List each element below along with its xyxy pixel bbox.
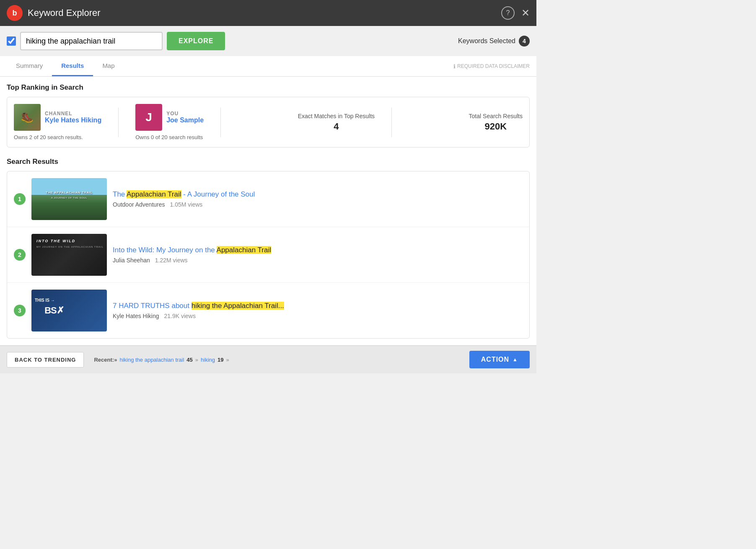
main-content: Top Ranking in Search CHANNEL Kyle Hates… bbox=[0, 77, 536, 345]
total-results-value: 920K bbox=[484, 121, 507, 132]
close-button[interactable]: ✕ bbox=[521, 7, 530, 19]
tab-summary[interactable]: Summary bbox=[7, 56, 52, 76]
channel-info: CHANNEL Kyle Hates Hiking bbox=[45, 111, 101, 124]
action-label: ACTION bbox=[481, 356, 509, 363]
thumb-2-subtitle: MY JOURNEY ON THE APPALACHIAN TRAIL bbox=[36, 246, 104, 248]
recent-num-1: 45 bbox=[186, 357, 192, 363]
title-text: The bbox=[113, 190, 127, 198]
exact-matches-stat: Exact Matches in Top Results 4 bbox=[298, 113, 375, 132]
recent-arrow-2: » bbox=[226, 357, 229, 363]
result-views-2: 1.22M views bbox=[155, 257, 188, 264]
channel-inner: CHANNEL Kyle Hates Hiking bbox=[14, 104, 101, 131]
top-ranking-title: Top Ranking in Search bbox=[7, 83, 530, 92]
table-row: 1 The Appalachian Trail - A Journey of t… bbox=[7, 171, 529, 227]
search-area: EXPLORE Keywords Selected 4 bbox=[0, 26, 536, 56]
table-row: 2 INTO THE WILD MY JOURNEY ON THE APPALA… bbox=[7, 227, 529, 283]
vertical-divider-1 bbox=[118, 108, 119, 137]
search-input[interactable] bbox=[20, 32, 163, 50]
recent-label: Recent:» bbox=[94, 357, 117, 363]
you-name[interactable]: Joe Sample bbox=[166, 117, 204, 124]
app-title: Keyword Explorer bbox=[28, 8, 101, 18]
tab-results[interactable]: Results bbox=[52, 56, 93, 76]
title-highlight: Appalachian Trail bbox=[127, 190, 181, 198]
table-row: 3 THIS IS → BS✗ 7 HARD TRUTHS about hiki… bbox=[7, 283, 529, 338]
result-channel-1[interactable]: Outdoor Adventures bbox=[113, 201, 165, 208]
disclaimer-text: REQUIRED DATA DISCLAIMER bbox=[457, 63, 530, 69]
result-number-1: 1 bbox=[14, 193, 26, 205]
vertical-divider-3 bbox=[391, 108, 392, 137]
you-label: YOU bbox=[166, 111, 204, 117]
recent-link-1[interactable]: hiking the appalachian trail bbox=[119, 357, 184, 363]
keywords-count-badge: 4 bbox=[519, 36, 530, 47]
channel-owns-text: Owns 2 of 20 search results. bbox=[14, 134, 101, 140]
title-highlight-2: Appalachian Trail bbox=[217, 246, 271, 254]
you-avatar: J bbox=[135, 104, 162, 131]
result-views-3: 21.9K views bbox=[164, 313, 196, 319]
you-owns-text: Owns 0 of 20 search results bbox=[135, 134, 204, 140]
info-icon: ℹ bbox=[453, 63, 456, 70]
app-header: b Keyword Explorer ? ✕ bbox=[0, 0, 536, 26]
result-meta-1: Outdoor Adventures 1.05M views bbox=[113, 201, 255, 208]
action-arrow-icon: ▲ bbox=[513, 357, 518, 363]
result-thumbnail-3: THIS IS → BS✗ bbox=[31, 290, 107, 331]
result-info-2: Into the Wild: My Journey on the Appalac… bbox=[113, 246, 271, 264]
vertical-divider-2 bbox=[220, 108, 221, 137]
total-results-label: Total Search Results bbox=[469, 113, 523, 119]
header-icons: ? ✕ bbox=[501, 6, 530, 20]
back-to-trending-button[interactable]: BACK TO TRENDING bbox=[7, 352, 84, 368]
tab-map[interactable]: Map bbox=[93, 56, 124, 76]
thumb-3-bs: BS✗ bbox=[44, 305, 64, 316]
channel-name[interactable]: Kyle Hates Hiking bbox=[45, 117, 101, 124]
recent-num-2: 19 bbox=[217, 357, 223, 363]
action-button[interactable]: ACTION ▲ bbox=[469, 351, 530, 368]
result-info-3: 7 HARD TRUTHS about hiking the Appalachi… bbox=[113, 302, 284, 319]
keywords-selected-label: Keywords Selected bbox=[458, 37, 515, 45]
result-number-3: 3 bbox=[14, 305, 26, 316]
you-card: J YOU Joe Sample Owns 0 of 20 search res… bbox=[135, 104, 204, 140]
title-highlight-3: hiking the Appalachian Trail... bbox=[192, 302, 284, 310]
exact-matches-value: 4 bbox=[334, 121, 339, 132]
result-title-3[interactable]: 7 HARD TRUTHS about hiking the Appalachi… bbox=[113, 302, 284, 310]
search-results-title: Search Results bbox=[7, 158, 530, 166]
you-inner: J YOU Joe Sample bbox=[135, 104, 204, 131]
search-checkbox[interactable] bbox=[7, 36, 16, 46]
tab-bar: Summary Results Map bbox=[7, 56, 124, 76]
title-text-2: - A Journey of the Soul bbox=[181, 190, 255, 198]
result-title-1[interactable]: The Appalachian Trail - A Journey of the… bbox=[113, 190, 255, 199]
result-meta-2: Julia Sheehan 1.22M views bbox=[113, 257, 271, 264]
thumb-2-title: INTO THE WILD bbox=[36, 239, 75, 243]
title-text-3: Into the Wild: My Journey on the bbox=[113, 246, 217, 254]
result-channel-3[interactable]: Kyle Hates Hiking bbox=[113, 313, 159, 319]
result-channel-2[interactable]: Julia Sheehan bbox=[113, 257, 150, 264]
explore-button[interactable]: EXPLORE bbox=[167, 32, 225, 50]
top-ranking-box: CHANNEL Kyle Hates Hiking Owns 2 of 20 s… bbox=[7, 97, 530, 148]
result-thumbnail-1 bbox=[31, 178, 107, 220]
exact-matches-label: Exact Matches in Top Results bbox=[298, 113, 375, 119]
header-left: b Keyword Explorer bbox=[7, 5, 101, 21]
result-views-1: 1.05M views bbox=[170, 201, 203, 208]
top-ranking-section: Top Ranking in Search CHANNEL Kyle Hates… bbox=[7, 83, 530, 148]
channel-thumb-image bbox=[14, 104, 41, 131]
keywords-selected-area: Keywords Selected 4 bbox=[458, 36, 530, 47]
total-results-stat: Total Search Results 920K bbox=[469, 113, 523, 132]
you-info: YOU Joe Sample bbox=[166, 111, 204, 124]
thumb-3-this: THIS IS → bbox=[35, 298, 55, 303]
recent-link-2[interactable]: hiking bbox=[201, 357, 215, 363]
channel-label: CHANNEL bbox=[45, 111, 101, 117]
recent-arrow-1: » bbox=[195, 357, 198, 363]
result-number-2: 2 bbox=[14, 249, 26, 261]
result-thumbnail-2: INTO THE WILD MY JOURNEY ON THE APPALACH… bbox=[31, 234, 107, 276]
tabs-area: Summary Results Map ℹ REQUIRED DATA DISC… bbox=[0, 56, 536, 77]
disclaimer-area: ℹ REQUIRED DATA DISCLAIMER bbox=[453, 63, 530, 70]
result-meta-3: Kyle Hates Hiking 21.9K views bbox=[113, 313, 284, 319]
title-text-4: 7 HARD TRUTHS about bbox=[113, 302, 192, 310]
result-title-2[interactable]: Into the Wild: My Journey on the Appalac… bbox=[113, 246, 271, 254]
search-results-section: Search Results 1 The Appalachian Trail -… bbox=[7, 158, 530, 339]
results-container: 1 The Appalachian Trail - A Journey of t… bbox=[7, 171, 530, 339]
result-info-1: The Appalachian Trail - A Journey of the… bbox=[113, 190, 255, 208]
app-logo: b bbox=[7, 5, 23, 21]
channel-card: CHANNEL Kyle Hates Hiking Owns 2 of 20 s… bbox=[14, 104, 101, 140]
footer: BACK TO TRENDING Recent:» hiking the app… bbox=[0, 345, 536, 373]
help-button[interactable]: ? bbox=[501, 6, 515, 20]
channel-thumbnail bbox=[14, 104, 41, 131]
